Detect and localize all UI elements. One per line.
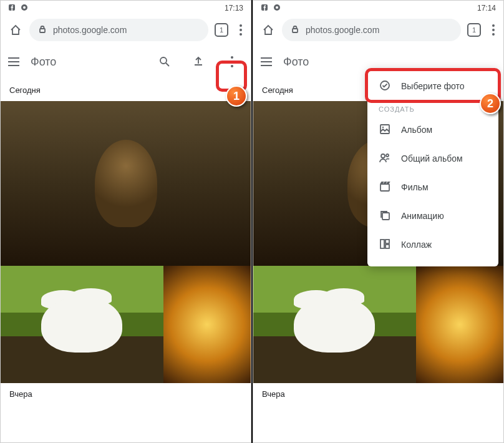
svg-rect-16 xyxy=(380,240,384,248)
hamburger-icon[interactable] xyxy=(8,57,19,66)
browser-url-bar: photos.google.com 1 xyxy=(1,16,251,44)
svg-point-2 xyxy=(23,6,26,9)
photo-thumbnail[interactable] xyxy=(253,266,416,383)
section-yesterday: Вчера xyxy=(253,383,503,405)
chrome-icon xyxy=(273,4,281,13)
section-today: Сегодня xyxy=(1,79,251,101)
album-icon xyxy=(379,123,391,137)
status-bar: 17:13 xyxy=(1,1,251,16)
url-text: photos.google.com xyxy=(53,25,127,35)
svg-rect-10 xyxy=(380,125,389,134)
svg-rect-3 xyxy=(40,29,45,32)
svg-rect-15 xyxy=(382,213,389,220)
tab-count[interactable]: 1 xyxy=(467,23,481,37)
browser-overflow-icon[interactable] xyxy=(235,24,247,36)
page-title: Фото xyxy=(283,56,496,69)
chrome-icon xyxy=(21,4,28,13)
browser-overflow-icon[interactable] xyxy=(487,24,500,36)
collage-icon xyxy=(379,238,391,252)
overflow-menu: Выберите фото СОЗДАТЬ Альбом Общий альбо… xyxy=(367,68,498,266)
menu-item-label: Фильм xyxy=(401,182,429,192)
photo-thumbnail[interactable] xyxy=(416,266,503,383)
url-text: photos.google.com xyxy=(306,25,379,35)
svg-point-12 xyxy=(381,154,385,158)
annotation-badge: 2 xyxy=(480,93,501,114)
svg-rect-17 xyxy=(385,240,389,243)
svg-rect-18 xyxy=(385,245,389,248)
annotation-badge: 1 xyxy=(226,85,247,107)
lock-icon xyxy=(38,25,47,36)
search-icon[interactable] xyxy=(153,51,176,73)
app-bar: Фото xyxy=(1,44,251,79)
svg-point-11 xyxy=(382,126,384,127)
menu-item-album[interactable]: Альбом xyxy=(367,115,498,144)
facebook-icon xyxy=(8,4,16,13)
clock-time: 17:14 xyxy=(477,4,496,12)
url-field[interactable]: photos.google.com xyxy=(29,19,208,41)
menu-item-label: Анимацию xyxy=(401,211,444,221)
menu-item-label: Общий альбом xyxy=(401,153,463,163)
svg-point-7 xyxy=(276,6,278,9)
photo-thumbnail[interactable] xyxy=(1,266,163,383)
phone-screen-right: 17:14 photos.google.com 1 Фото Сегодня В… xyxy=(253,0,504,443)
phone-screen-left: 17:13 photos.google.com 1 Фото Сегодня В… xyxy=(0,0,251,443)
photo-thumbnail[interactable] xyxy=(163,266,251,383)
svg-point-13 xyxy=(386,154,389,157)
status-bar: 17:14 xyxy=(253,1,503,16)
page-title: Фото xyxy=(31,56,142,69)
menu-item-collage[interactable]: Коллаж xyxy=(367,230,498,259)
upload-icon[interactable] xyxy=(187,51,210,73)
hamburger-icon[interactable] xyxy=(261,57,272,66)
menu-item-label: Коллаж xyxy=(401,240,432,250)
movie-icon xyxy=(379,180,391,195)
animation-icon xyxy=(379,209,391,223)
lock-icon xyxy=(291,25,299,36)
clock-time: 17:13 xyxy=(225,4,243,12)
facebook-icon xyxy=(261,4,268,13)
menu-item-movie[interactable]: Фильм xyxy=(367,173,498,202)
browser-url-bar: photos.google.com 1 xyxy=(253,16,503,44)
svg-rect-14 xyxy=(380,184,389,191)
section-yesterday: Вчера xyxy=(1,383,251,405)
shared-album-icon xyxy=(379,152,391,166)
url-field[interactable]: photos.google.com xyxy=(282,19,461,41)
svg-point-4 xyxy=(160,57,167,64)
menu-item-animation[interactable]: Анимацию xyxy=(367,202,498,230)
browser-home-button[interactable] xyxy=(4,19,27,41)
menu-item-label: Альбом xyxy=(401,125,432,135)
tab-count[interactable]: 1 xyxy=(215,23,228,37)
browser-home-button[interactable] xyxy=(257,19,279,41)
photo-thumbnail[interactable] xyxy=(1,101,251,266)
svg-rect-8 xyxy=(293,29,298,32)
menu-item-shared-album[interactable]: Общий альбом xyxy=(367,144,498,173)
